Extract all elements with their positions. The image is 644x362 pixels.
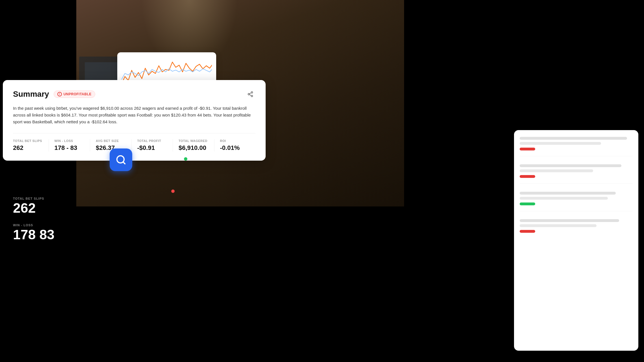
lower-winloss-value: 178 83 xyxy=(13,228,55,242)
right-panel xyxy=(514,130,638,351)
stat-value-total_wagered: $6,910.00 xyxy=(179,144,209,152)
bg-dark-bottom xyxy=(0,206,404,362)
bet-slip-item xyxy=(520,164,633,184)
slip-line-long xyxy=(520,137,627,140)
stat-win_loss: WIN - LOSS 178 - 83 xyxy=(55,139,90,152)
slip-tag-red xyxy=(520,175,535,178)
slip-line-medium xyxy=(520,142,601,145)
summary-card: Summary ! UNPROFITABLE In the past week … xyxy=(3,80,266,161)
slip-tag-red xyxy=(520,148,535,150)
stat-label-roi: ROI xyxy=(220,139,250,143)
status-dot-red xyxy=(171,189,175,193)
svg-line-6 xyxy=(250,93,251,94)
stat-value-total_bet_slips: 262 xyxy=(13,144,43,152)
lower-stat-total: TOTAL BET SLIPS 262 xyxy=(13,197,55,215)
slip-line-medium xyxy=(520,197,608,200)
summary-description: In the past week using btrbet, you've wa… xyxy=(13,105,255,125)
stat-label-total_bet_slips: TOTAL BET SLIPS xyxy=(13,139,43,143)
svg-line-8 xyxy=(123,162,125,164)
lower-winloss-label: WIN - Loss xyxy=(13,223,55,227)
lower-total-value: 262 xyxy=(13,201,55,215)
bet-slip-item xyxy=(520,137,633,156)
summary-header: Summary ! UNPROFITABLE xyxy=(13,89,255,99)
unprofitable-label: UNPROFITABLE xyxy=(64,92,92,96)
status-dot-green xyxy=(184,157,187,161)
stats-row: TOTAL BET SLIPS 262 WIN - LOSS 178 - 83 … xyxy=(13,133,255,152)
slip-line-medium xyxy=(520,169,593,172)
stat-total_wagered: TOTAL WAGERED $6,910.00 xyxy=(179,139,214,152)
stat-value-win_loss: 178 - 83 xyxy=(55,144,84,152)
bet-slip-item xyxy=(520,219,633,238)
slip-line-long xyxy=(520,192,616,195)
stat-value-total_profit: -$0.91 xyxy=(137,144,167,152)
stat-label-total_wagered: TOTAL WAGERED xyxy=(179,139,209,143)
lower-total-label: TOTAL BET SLIPS xyxy=(13,197,55,200)
svg-line-5 xyxy=(250,94,251,96)
share-button[interactable] xyxy=(245,89,255,99)
slip-line-long xyxy=(520,219,619,222)
bet-slip-item xyxy=(520,192,633,211)
unprofitable-badge: ! UNPROFITABLE xyxy=(54,90,95,98)
lower-stats-section: TOTAL BET SLIPS 262 WIN - Loss 178 83 xyxy=(13,197,55,242)
stat-label-total_profit: TOTAL PROFIT xyxy=(137,139,167,143)
lower-stat-winloss: WIN - Loss 178 83 xyxy=(13,223,55,242)
slip-tag-red xyxy=(520,230,535,233)
stat-total_profit: TOTAL PROFIT -$0.91 xyxy=(137,139,173,152)
summary-title: Summary xyxy=(13,90,49,99)
search-button[interactable] xyxy=(110,148,132,171)
stat-label-win_loss: WIN - LOSS xyxy=(55,139,84,143)
summary-title-row: Summary ! UNPROFITABLE xyxy=(13,90,95,99)
slip-line-medium xyxy=(520,224,597,227)
unprofitable-icon: ! xyxy=(57,92,62,96)
slip-tag-green xyxy=(520,202,535,205)
stat-total_bet_slips: TOTAL BET SLIPS 262 xyxy=(13,139,49,152)
stat-label-avg_bet_size: AVG BET SIZE xyxy=(96,139,126,143)
slip-line-long xyxy=(520,164,621,167)
stat-roi: ROI -0.01% xyxy=(220,139,256,152)
stat-value-roi: -0.01% xyxy=(220,144,250,152)
